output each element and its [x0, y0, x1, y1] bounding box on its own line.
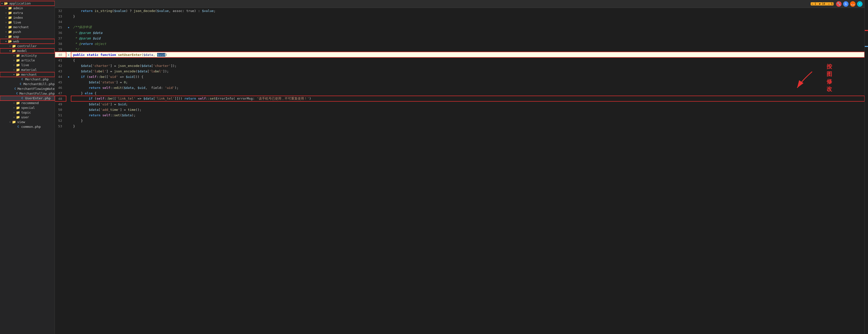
- folder-icon-live2: 📁: [16, 63, 21, 67]
- minimap-marker-1: [865, 30, 868, 31]
- code-area[interactable]: 32 return is_string($value) ? json_decod…: [55, 8, 865, 334]
- line-number-45: 45: [55, 79, 66, 85]
- tree-item-merchantflowing-php[interactable]: CMerchantFlowingWate: [0, 86, 55, 91]
- code-line-53: 53}: [55, 123, 865, 129]
- tree-label-special: special: [21, 106, 35, 110]
- code-line-46: 46 return self::edit($data, $uid, field:…: [55, 85, 865, 90]
- arrow-admin: ›: [4, 7, 8, 9]
- tree-label-merchantflowing-php: MerchantFlowingWate: [18, 87, 55, 91]
- tree-label-index: index: [13, 16, 23, 20]
- line-content-51: return self::set($data);: [71, 112, 865, 118]
- line-gutter-38: [66, 41, 71, 47]
- tree-item-admin[interactable]: ›📁admin: [0, 6, 55, 10]
- tree-item-special[interactable]: ›📁special: [0, 105, 55, 110]
- folder-icon-special: 📁: [16, 106, 21, 110]
- folder-icon-push: 📁: [8, 30, 12, 34]
- tree-item-user[interactable]: ›📁user: [0, 115, 55, 119]
- line-gutter-43: [66, 68, 71, 74]
- line-number-41: 41: [55, 57, 66, 63]
- line-gutter-52: [66, 118, 71, 123]
- folder-icon-extra: 📁: [8, 11, 12, 15]
- line-number-46: 46: [55, 85, 66, 90]
- folder-icon-application: 📂: [4, 1, 8, 5]
- line-content-40: public static function setUserEnter($dat…: [71, 52, 865, 57]
- tree-label-merchant-top: merchant: [13, 25, 29, 29]
- tree-item-merchant-model[interactable]: ▾📂merchant: [0, 72, 55, 77]
- line-content-43: $data['label'] = json_encode($data['labe…: [71, 68, 865, 74]
- tree-label-activity: activity: [21, 54, 37, 57]
- tree-item-wap[interactable]: ›📁wap: [0, 34, 55, 39]
- tree-item-push[interactable]: ›📁push: [0, 29, 55, 34]
- tree-item-live[interactable]: ›📁live: [0, 20, 55, 25]
- file-tree: ▾📂application›📁admin›📁extra›📁index›📁live…: [0, 0, 55, 334]
- tree-label-live2: live: [21, 63, 29, 67]
- tree-item-web[interactable]: ▾📂web: [0, 39, 55, 44]
- tree-label-view: view: [17, 120, 25, 124]
- line-number-37: 37: [55, 35, 66, 41]
- arrow-recommend: ›: [12, 102, 16, 104]
- line-gutter-48: [66, 96, 71, 101]
- tree-item-controller[interactable]: ›📁controller: [0, 44, 55, 49]
- tree-label-model: model: [17, 49, 27, 53]
- tree-item-activity[interactable]: ›📁activity: [0, 53, 55, 58]
- arrow-extra: ›: [4, 11, 8, 14]
- tree-label-live: live: [13, 21, 21, 24]
- file-icon-merchantbill-php: C: [19, 82, 23, 86]
- line-content-50: $data['add_time'] = time();: [71, 107, 865, 112]
- tree-item-recommend[interactable]: ›📁recommend: [0, 101, 55, 105]
- folder-icon-user: 📁: [16, 115, 21, 119]
- tool-icon-3[interactable]: 🦊: [850, 1, 856, 7]
- tree-label-merchantfollow-php: MerchantFollow.php: [20, 92, 55, 95]
- tree-item-userenter-php[interactable]: CUserEnter.php: [0, 96, 55, 101]
- arrow-topic: ›: [12, 111, 16, 114]
- code-line-32: 32 return is_string($value) ? json_decod…: [55, 8, 865, 13]
- line-content-34: [71, 19, 865, 25]
- line-number-42: 42: [55, 63, 66, 68]
- line-gutter-39: [66, 47, 71, 52]
- line-number-35: 35: [55, 25, 66, 30]
- code-line-37: 37 * @param $uid: [55, 35, 865, 41]
- arrow-activity: ›: [12, 54, 16, 57]
- arrow-index: ›: [4, 16, 8, 19]
- tree-item-common-php[interactable]: Ccommon.php: [0, 124, 55, 129]
- tree-item-index[interactable]: ›📁index: [0, 15, 55, 20]
- tree-item-article[interactable]: ›📁article: [0, 58, 55, 63]
- tree-item-view[interactable]: ›📁view: [0, 119, 55, 124]
- line-content-47: } else {: [71, 90, 865, 96]
- tool-icon-1[interactable]: 🔧: [836, 1, 842, 7]
- file-icon-merchantflowing-php: C: [14, 87, 17, 90]
- line-number-49: 49: [55, 101, 66, 107]
- tree-item-application[interactable]: ▾📂application: [0, 1, 55, 6]
- line-gutter-36: [66, 30, 71, 35]
- code-line-38: 38 * @return object: [55, 41, 865, 47]
- tree-item-live2[interactable]: ›📁live: [0, 63, 55, 67]
- tool-icon-2[interactable]: G: [843, 1, 848, 7]
- line-number-51: 51: [55, 112, 66, 118]
- line-gutter-49: [66, 101, 71, 107]
- tree-item-material[interactable]: ›📁material: [0, 67, 55, 72]
- arrow-merchant-model: ▾: [12, 73, 16, 76]
- line-content-33: }: [71, 13, 865, 19]
- line-gutter-42: [66, 63, 71, 68]
- minimap: [865, 0, 868, 334]
- line-gutter-50: [66, 107, 71, 112]
- code-line-39: 39 */: [55, 47, 865, 52]
- code-line-47: 47 } else {: [55, 90, 865, 96]
- tree-item-topic[interactable]: ›📁topic: [0, 110, 55, 115]
- line-number-36: 36: [55, 30, 66, 35]
- tree-item-merchant-php[interactable]: CMerchant.php: [0, 77, 55, 82]
- tree-item-model[interactable]: ▾📂model: [0, 49, 55, 53]
- tree-item-merchant-top[interactable]: ›📁merchant: [0, 25, 55, 29]
- file-icon-userenter-php: C: [20, 96, 25, 100]
- code-line-50: 50 $data['add_time'] = time();: [55, 107, 865, 112]
- line-gutter-33: [66, 13, 71, 19]
- arrow-application: ▾: [0, 2, 4, 5]
- code-line-34: 34: [55, 19, 865, 25]
- line-gutter-45: [66, 79, 71, 85]
- tree-item-extra[interactable]: ›📁extra: [0, 10, 55, 15]
- folder-icon-controller: 📁: [12, 44, 17, 48]
- folder-icon-merchant-model: 📂: [16, 73, 21, 76]
- tree-item-merchantbill-php[interactable]: CMerchantBill.php: [0, 82, 55, 86]
- tree-item-merchantfollow-php[interactable]: CMerchantFollow.php: [0, 91, 55, 96]
- tool-icon-4[interactable]: ⚡: [857, 1, 863, 7]
